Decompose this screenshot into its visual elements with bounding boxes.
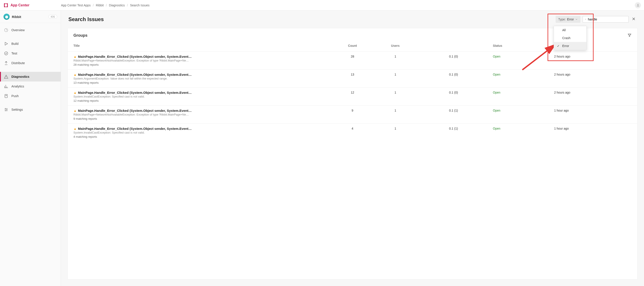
sidebar-item-label: Push (12, 94, 19, 98)
brand-label: App Center (10, 3, 29, 7)
warning-triangle-icon: ▲ (74, 73, 77, 76)
col-title[interactable]: Title (68, 40, 331, 52)
cell-status: Open (490, 70, 552, 88)
type-option-all[interactable]: ✓ All (554, 26, 586, 34)
page-title: Search Issues (68, 16, 104, 22)
type-filter-menu: ✓ All ✓ Crash ✓ Error (554, 26, 586, 50)
sidebar-item-build[interactable]: Build (0, 39, 61, 49)
cell-last-report: 2 hours ago (552, 88, 637, 106)
sidebar-item-label: Test (12, 52, 17, 55)
sidebar-item-overview[interactable]: Overview (0, 25, 61, 35)
check-circle-icon (4, 51, 8, 56)
table-header-row: Title Count Users Status Last report (68, 40, 637, 52)
cell-version: 0.1 (1) (417, 106, 490, 124)
breadcrumb: App Center Test Apps / Ribbit / Diagnost… (61, 4, 150, 7)
issue-title-text: MainPage.Handle_Error_Clicked (System.Ob… (78, 127, 192, 130)
sidebar-item-analytics[interactable]: Analytics (0, 81, 61, 91)
sidebar-item-label: Build (12, 42, 18, 46)
warning-icon (4, 74, 8, 79)
groups-heading: Groups (74, 33, 88, 38)
cell-count: 9 (331, 106, 374, 124)
cell-users: 1 (374, 70, 417, 88)
cell-last-report: 1 hour ago (552, 106, 637, 124)
app-icon: ⬤ (4, 14, 10, 20)
cell-version: 0.1 (0) (417, 70, 490, 88)
type-option-error[interactable]: ✓ Error (554, 42, 586, 50)
cell-version: 0.1 (0) (417, 88, 490, 106)
table-row[interactable]: ▲MainPage.Handle_Error_Clicked (System.O… (68, 106, 637, 124)
cell-status: Open (490, 52, 552, 70)
issue-subtitle: System.ArgumentException: Value does not… (74, 77, 328, 80)
cell-version: 0.1 (1) (417, 124, 490, 142)
sidebar-item-label: Settings (12, 108, 23, 111)
type-option-label: Error (562, 44, 569, 48)
table-row[interactable]: ▲MainPage.Handle_Error_Clicked (System.O… (68, 124, 637, 142)
cell-users: 1 (374, 124, 417, 142)
issue-subtitle: Ribbit.MainPage+NetworkNotAvailableExcep… (74, 59, 328, 62)
sidebar: ⬤ Ribbit iOS Overview Build Test Distrib… (0, 11, 61, 286)
issue-match-count: 12 matching reports (74, 99, 328, 102)
col-version[interactable] (417, 40, 490, 52)
issue-title-text: MainPage.Handle_Error_Clicked (System.Ob… (78, 73, 192, 76)
sidebar-item-label: Analytics (12, 85, 24, 88)
sliders-icon (4, 107, 8, 112)
col-count[interactable]: Count (331, 40, 374, 52)
page-header: Search Issues Type: Error ✓ (61, 11, 644, 28)
cell-status: Open (490, 88, 552, 106)
app-name: Ribbit (12, 15, 21, 19)
appcenter-logo-icon (3, 3, 9, 8)
chevron-down-icon (575, 18, 578, 21)
crumb-section[interactable]: Diagnostics (109, 4, 125, 7)
type-option-crash[interactable]: ✓ Crash (554, 34, 586, 42)
crumb-app[interactable]: Ribbit (96, 4, 104, 7)
sidebar-item-diagnostics[interactable]: Diagnostics (0, 72, 61, 81)
warning-triangle-icon: ▲ (74, 109, 77, 112)
bar-chart-icon (4, 84, 8, 88)
close-search-button[interactable] (631, 16, 636, 23)
cell-status: Open (490, 106, 552, 124)
issue-match-count: 4 matching reports (74, 135, 328, 138)
sidebar-item-settings[interactable]: Settings (0, 105, 61, 114)
sidebar-item-label: Diagnostics (12, 75, 29, 78)
issue-match-count: 9 matching reports (74, 117, 328, 120)
user-avatar[interactable] (635, 2, 641, 8)
issue-match-count: 28 matching reports (74, 63, 328, 66)
table-row[interactable]: ▲MainPage.Handle_Error_Clicked (System.O… (68, 88, 637, 106)
platform-badge: iOS (48, 15, 57, 19)
col-users[interactable]: Users (374, 40, 417, 52)
push-icon (4, 94, 8, 98)
issue-title-text: MainPage.Handle_Error_Clicked (System.Ob… (78, 91, 192, 94)
issues-card: Groups Title Count Users Status Las (68, 28, 638, 279)
brand[interactable]: App Center (3, 3, 29, 8)
issue-subtitle: System.InvalidCastException: Specified c… (74, 131, 328, 134)
crumb-page[interactable]: Search Issues (130, 4, 150, 7)
search-input[interactable] (588, 18, 626, 21)
cell-users: 1 (374, 88, 417, 106)
cell-last-report: 2 hours ago (552, 70, 637, 88)
table-row[interactable]: ▲MainPage.Handle_Error_Clicked (System.O… (68, 52, 637, 70)
close-icon (632, 17, 636, 21)
table-row[interactable]: ▲MainPage.Handle_Error_Clicked (System.O… (68, 70, 637, 88)
cell-count: 4 (331, 124, 374, 142)
cell-count: 13 (331, 70, 374, 88)
sidebar-item-push[interactable]: Push (0, 91, 61, 101)
cell-count: 28 (331, 52, 374, 70)
filter-button[interactable] (628, 33, 632, 38)
col-status[interactable]: Status (490, 40, 552, 52)
sidebar-item-test[interactable]: Test (0, 49, 61, 58)
sidebar-item-distribute[interactable]: Distribute (0, 58, 61, 68)
play-icon (4, 42, 8, 46)
sidebar-item-label: Overview (12, 28, 24, 32)
gauge-icon (4, 28, 8, 32)
cell-users: 1 (374, 106, 417, 124)
app-switcher[interactable]: ⬤ Ribbit iOS (0, 11, 61, 23)
distribute-icon (4, 61, 8, 65)
cell-users: 1 (374, 52, 417, 70)
search-box[interactable] (582, 16, 629, 23)
cell-count: 12 (331, 88, 374, 106)
sidebar-nav: Overview Build Test Distribute Diagnosti… (0, 23, 61, 114)
crumb-org[interactable]: App Center Test Apps (61, 4, 90, 7)
warning-triangle-icon: ▲ (74, 91, 77, 94)
issue-title-text: MainPage.Handle_Error_Clicked (System.Ob… (78, 55, 192, 58)
type-filter-dropdown[interactable]: Type: Error (556, 16, 580, 23)
